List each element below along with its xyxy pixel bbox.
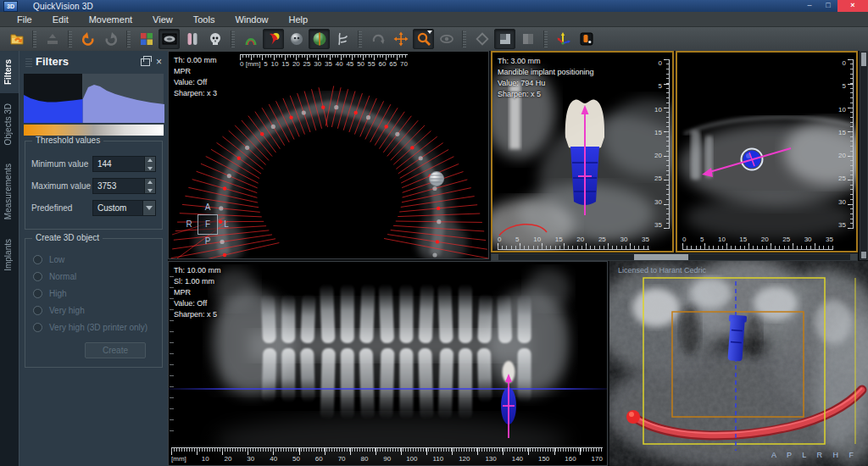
minimize-button[interactable]: –: [800, 0, 819, 12]
cross-section-viewport-2[interactable]: 05101520253035 05101520253035: [676, 51, 858, 252]
zoom-dropdown-caret[interactable]: [427, 31, 432, 34]
float-panel-icon[interactable]: [141, 58, 150, 66]
menu-item[interactable]: Edit: [42, 14, 79, 25]
ruler-label: 25: [838, 175, 846, 182]
clip-button[interactable]: [471, 29, 492, 49]
toolbar-grip: [126, 31, 131, 47]
ruler-label: 5: [515, 236, 519, 243]
cross2-vertical-ruler: 05101520253035: [837, 59, 854, 229]
sphere-view-button[interactable]: [309, 29, 330, 49]
radio-dot: [33, 323, 42, 332]
ruler-label: 15: [654, 129, 662, 136]
predefined-select[interactable]: Custom: [92, 200, 156, 216]
slice-scrollbar[interactable]: [860, 51, 868, 260]
minimum-value-spinner[interactable]: [144, 157, 155, 171]
ruler-label: 140: [512, 455, 523, 463]
axial-info: Th: 0.00 mmMPRValue: OffSharpen: x 3: [174, 55, 217, 99]
maximum-value-spinner[interactable]: [144, 179, 155, 193]
dual-view-button[interactable]: [181, 29, 203, 49]
ruler-label: 0: [659, 59, 662, 67]
radio-dot: [33, 306, 42, 315]
cross-sections-scrollbar[interactable]: [491, 253, 858, 261]
scroll-right-button[interactable]: [850, 254, 857, 260]
ruler-label: 110: [432, 455, 443, 463]
quality-options: Low Normal High Very high Very high (3D …: [31, 255, 156, 332]
ruler-label: 0: [843, 59, 846, 67]
pan-button[interactable]: [390, 29, 411, 49]
radio-dot: [33, 289, 42, 298]
ruler-label: 20: [761, 236, 769, 243]
ruler-label: 15: [281, 60, 289, 68]
layout-views-button[interactable]: [136, 29, 157, 49]
ruler-label: 35: [642, 236, 649, 243]
close-button[interactable]: ×: [837, 0, 868, 12]
panoramic-view-button[interactable]: [159, 29, 180, 49]
scroll-down-button[interactable]: [861, 252, 866, 258]
sidebar-tab[interactable]: Implants: [0, 230, 19, 280]
skull-view-button[interactable]: [204, 29, 225, 49]
ruler-label: 100: [406, 455, 417, 463]
density-gradient-bar[interactable]: [24, 125, 164, 136]
title-bar: 3D QuickVision 3D – □ ×: [0, 0, 868, 12]
sidebar-tab[interactable]: Filters: [0, 51, 19, 93]
cross1-horizontal-ruler: 05101520253035: [498, 236, 649, 249]
threshold-legend: Threshold values: [32, 136, 103, 145]
scrollbar-thumb[interactable]: [861, 53, 866, 66]
ruler-label: 5: [659, 82, 662, 90]
quality-option-radio[interactable]: Normal: [33, 272, 154, 281]
ruler-label: 10: [718, 236, 726, 243]
axes-button[interactable]: [553, 29, 574, 49]
undo-button[interactable]: [77, 29, 98, 49]
panoramic-viewport[interactable]: Th: 10.00 mmSl: 1.00 mmMPRValue: OffShar…: [168, 261, 608, 466]
axial-viewport[interactable]: Th: 0.00 mmMPRValue: OffSharpen: x 3 0 […: [168, 51, 489, 259]
arch-tool-button[interactable]: [263, 29, 284, 49]
ruler-label: 40: [336, 60, 343, 68]
zoom-button[interactable]: [413, 29, 434, 49]
sidebar-tab[interactable]: Measurements: [0, 155, 19, 228]
quality-option-radio[interactable]: High: [33, 289, 154, 298]
maximize-button[interactable]: □: [819, 0, 837, 12]
menu-item[interactable]: Tools: [183, 14, 225, 25]
skull-3d-button[interactable]: [286, 29, 307, 49]
menu-item[interactable]: View: [142, 14, 183, 25]
orbit-button[interactable]: [436, 29, 457, 49]
cross-section-viewport-1[interactable]: Th: 3.00 mmMandible implant positioningV…: [491, 51, 674, 252]
quality-option-radio[interactable]: Very high: [33, 306, 154, 315]
window-layout-button[interactable]: [494, 29, 515, 49]
create-3d-button[interactable]: Create: [85, 342, 146, 358]
sidebar-tab[interactable]: Objects 3D: [0, 95, 19, 153]
ruler-label: 10: [838, 106, 846, 114]
predefined-dropdown-caret[interactable]: [142, 201, 155, 215]
volume-3d-viewport[interactable]: Licensed to Harant Cedric A P L R H F: [609, 261, 868, 466]
histogram[interactable]: [24, 74, 164, 123]
implant-tool-button[interactable]: [576, 29, 597, 49]
panel-grip[interactable]: [25, 57, 32, 67]
window-title: QuickVision 3D: [33, 2, 93, 11]
menu-item[interactable]: Help: [279, 14, 319, 25]
scroll-left-button[interactable]: [492, 254, 498, 260]
sidebar: FiltersObjects 3DMeasurementsImplants Fi…: [0, 51, 168, 466]
quality-option-radio[interactable]: Very high (3D printer only): [33, 323, 154, 332]
minimum-value-input[interactable]: 144: [92, 156, 156, 172]
jaw-profile-button[interactable]: [331, 29, 353, 49]
quality-option-radio[interactable]: Low: [33, 255, 154, 264]
ruler-label: 55: [368, 60, 376, 68]
export-button[interactable]: [42, 29, 63, 49]
ruler-label: 5: [264, 60, 267, 68]
open-project-button[interactable]: [6, 29, 27, 49]
minimum-value-label: Minimum value: [31, 159, 92, 169]
menu-item[interactable]: File: [7, 14, 42, 25]
panoramic-ruler: [mm]102030405060708090100110120130140150…: [171, 447, 603, 463]
redo-button[interactable]: [100, 29, 121, 49]
scrollbar-thumb[interactable]: [634, 254, 688, 260]
close-panel-icon[interactable]: ×: [156, 58, 162, 66]
window-layout-2-button[interactable]: [517, 29, 538, 49]
menu-item[interactable]: Movement: [79, 14, 142, 25]
menu-item[interactable]: Window: [225, 14, 278, 25]
dental-arch-button[interactable]: [240, 29, 261, 49]
maximum-value-input[interactable]: 3753: [92, 178, 156, 194]
ruler-label: 120: [459, 455, 470, 463]
maximum-value-label: Maximum value: [31, 181, 92, 191]
rotate-button[interactable]: [367, 29, 388, 49]
main-viewport-area: Th: 0.00 mmMPRValue: OffSharpen: x 3 0 […: [168, 51, 868, 466]
